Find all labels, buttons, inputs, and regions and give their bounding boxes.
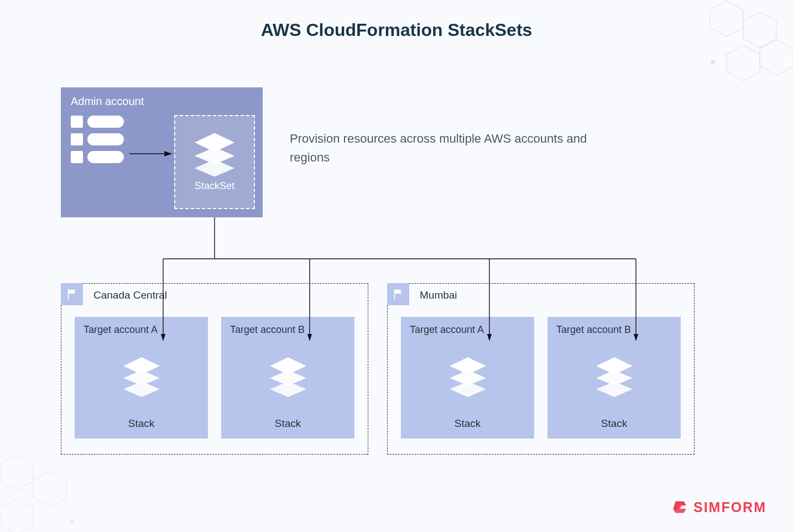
flag-icon bbox=[387, 283, 409, 305]
svg-marker-3 bbox=[727, 45, 760, 81]
admin-account-box: Admin account StackSet bbox=[61, 87, 263, 217]
simform-logo-icon bbox=[671, 499, 688, 515]
svg-marker-17 bbox=[123, 381, 160, 397]
page-title: AWS CloudFormation StackSets bbox=[0, 20, 793, 40]
admin-title: Admin account bbox=[71, 95, 253, 108]
brand-logo: SIMFORM bbox=[671, 499, 766, 515]
diagram-canvas: AWS CloudFormation StackSets Admin accou… bbox=[0, 0, 793, 532]
stackset-label: StackSet bbox=[195, 180, 234, 192]
target-account-box: Target account B Stack bbox=[547, 317, 681, 439]
flag-icon bbox=[61, 283, 83, 305]
stack-label: Stack bbox=[410, 418, 525, 430]
stack-icon bbox=[410, 336, 525, 418]
stack-icon bbox=[556, 336, 672, 418]
stack-icon bbox=[230, 336, 346, 418]
stack-label: Stack bbox=[556, 418, 672, 430]
svg-marker-7 bbox=[0, 455, 33, 490]
stackset-icon bbox=[191, 133, 238, 177]
target-title: Target account B bbox=[556, 324, 672, 336]
stack-icon bbox=[84, 336, 199, 418]
target-title: Target account A bbox=[84, 324, 199, 336]
region-mumbai: Mumbai Target account A Stack Target acc… bbox=[387, 283, 695, 455]
region-title: Canada Central bbox=[93, 289, 167, 301]
svg-point-11 bbox=[70, 519, 74, 523]
svg-marker-26 bbox=[596, 381, 633, 397]
target-account-box: Target account A Stack bbox=[75, 317, 208, 439]
svg-marker-14 bbox=[195, 159, 234, 176]
template-list-icon bbox=[71, 116, 124, 163]
stackset-box: StackSet bbox=[174, 115, 255, 209]
description-text: Provision resources across multiple AWS … bbox=[290, 129, 588, 167]
region-title: Mumbai bbox=[420, 289, 457, 301]
stack-label: Stack bbox=[230, 418, 346, 430]
hex-decoration-icon bbox=[693, 0, 793, 95]
region-canada-central: Canada Central Target account A Stack Ta… bbox=[61, 283, 368, 455]
svg-marker-23 bbox=[450, 381, 486, 397]
svg-marker-9 bbox=[0, 499, 33, 532]
svg-point-6 bbox=[711, 60, 714, 64]
target-title: Target account A bbox=[410, 324, 525, 336]
brand-text: SIMFORM bbox=[693, 499, 766, 515]
target-account-box: Target account B Stack bbox=[221, 317, 354, 439]
svg-marker-8 bbox=[33, 471, 66, 507]
stack-label: Stack bbox=[84, 418, 199, 430]
target-account-box: Target account A Stack bbox=[401, 317, 534, 439]
svg-marker-20 bbox=[270, 381, 306, 397]
target-title: Target account B bbox=[230, 324, 346, 336]
